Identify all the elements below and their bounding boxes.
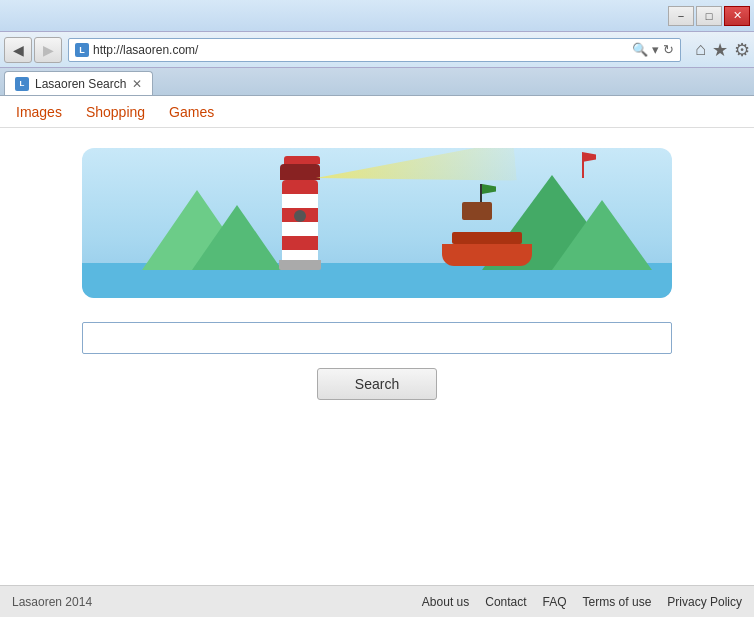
ship-deck bbox=[452, 232, 522, 244]
footer-links: About us Contact FAQ Terms of use Privac… bbox=[422, 595, 742, 609]
mountain-left-2 bbox=[192, 205, 282, 270]
footer-about[interactable]: About us bbox=[422, 595, 469, 609]
ship-cabin bbox=[462, 202, 492, 220]
lighthouse-cap bbox=[284, 156, 320, 164]
flag bbox=[582, 152, 596, 162]
lighthouse bbox=[282, 156, 321, 270]
search-button[interactable]: Search bbox=[317, 368, 437, 400]
favorites-icon[interactable]: ★ bbox=[712, 39, 728, 61]
footer-terms[interactable]: Terms of use bbox=[583, 595, 652, 609]
minimize-button[interactable]: − bbox=[668, 6, 694, 26]
navbar: ◀ ▶ L http://lasaoren.com/ 🔍 ▾ ↻ ⌂ ★ ⚙ bbox=[0, 32, 754, 68]
address-icons: 🔍 ▾ ↻ bbox=[632, 42, 674, 57]
lighthouse-window bbox=[294, 210, 306, 222]
ship bbox=[442, 232, 532, 266]
lighthouse-top bbox=[280, 164, 320, 180]
address-bar[interactable]: L http://lasaoren.com/ 🔍 ▾ ↻ bbox=[68, 38, 681, 62]
nav-item-games[interactable]: Games bbox=[169, 104, 214, 120]
footer-faq[interactable]: FAQ bbox=[543, 595, 567, 609]
titlebar: − □ ✕ bbox=[0, 0, 754, 32]
hero-illustration bbox=[82, 148, 672, 298]
active-tab[interactable]: L Lasaoren Search ✕ bbox=[4, 71, 153, 95]
tab-favicon: L bbox=[15, 77, 29, 91]
mountain-right-2 bbox=[552, 200, 652, 270]
settings-icon[interactable]: ⚙ bbox=[734, 39, 750, 61]
footer: Lasaoren 2014 About us Contact FAQ Terms… bbox=[0, 585, 754, 617]
main-content: Search bbox=[0, 128, 754, 617]
tab-close-button[interactable]: ✕ bbox=[132, 77, 142, 91]
refresh-icon[interactable]: ↻ bbox=[663, 42, 674, 57]
address-text: http://lasaoren.com/ bbox=[93, 43, 632, 57]
home-icon[interactable]: ⌂ bbox=[695, 39, 706, 61]
search-icon: 🔍 bbox=[632, 42, 648, 57]
content-nav: Images Shopping Games bbox=[0, 96, 754, 128]
ship-flag-pole bbox=[480, 184, 482, 202]
forward-button[interactable]: ▶ bbox=[34, 37, 62, 63]
lighthouse-base bbox=[279, 260, 321, 270]
close-button[interactable]: ✕ bbox=[724, 6, 750, 26]
search-input[interactable] bbox=[82, 322, 672, 354]
address-favicon: L bbox=[75, 43, 89, 57]
nav-item-images[interactable]: Images bbox=[16, 104, 62, 120]
nav-item-shopping[interactable]: Shopping bbox=[86, 104, 145, 120]
footer-privacy[interactable]: Privacy Policy bbox=[667, 595, 742, 609]
titlebar-controls: − □ ✕ bbox=[668, 6, 750, 26]
toolbar-right: ⌂ ★ ⚙ bbox=[695, 39, 750, 61]
tabbar: L Lasaoren Search ✕ bbox=[0, 68, 754, 96]
copyright-text: Lasaoren 2014 bbox=[12, 595, 92, 609]
footer-contact[interactable]: Contact bbox=[485, 595, 526, 609]
tab-label: Lasaoren Search bbox=[35, 77, 126, 91]
search-area: Search bbox=[16, 322, 738, 400]
lighthouse-body bbox=[282, 180, 318, 260]
browser-window: − □ ✕ ◀ ▶ L http://lasaoren.com/ 🔍 ▾ ↻ ⌂… bbox=[0, 0, 754, 617]
back-button[interactable]: ◀ bbox=[4, 37, 32, 63]
ship-hull bbox=[442, 244, 532, 266]
maximize-button[interactable]: □ bbox=[696, 6, 722, 26]
dropdown-icon[interactable]: ▾ bbox=[652, 42, 659, 57]
